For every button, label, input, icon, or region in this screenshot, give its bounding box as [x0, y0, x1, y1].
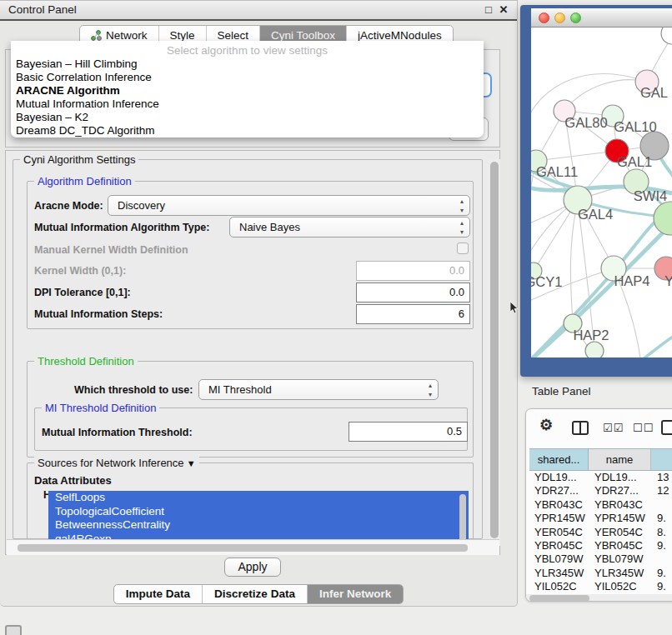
kernel-width-field[interactable]: 0.0 — [356, 261, 470, 281]
docked-panel-icon[interactable] — [5, 625, 22, 635]
table-cell[interactable]: YBR043C — [529, 498, 589, 512]
cyni-algorithm-settings-group: Cyni Algorithm Settings Algorithm Defini… — [13, 159, 483, 539]
mi-threshold-field[interactable]: 0.5 — [349, 422, 468, 442]
function-builder-icon[interactable] — [661, 420, 672, 435]
network-edge[interactable] — [564, 80, 647, 111]
table-cell[interactable]: YBR045C — [529, 539, 589, 552]
table-cell[interactable]: YBR045C — [589, 539, 651, 552]
select-all-checkboxes-icon[interactable] — [603, 422, 624, 434]
columns-icon[interactable] — [572, 421, 589, 435]
list-item[interactable]: SelfLoops — [48, 491, 469, 505]
manual-kernel-checkbox[interactable] — [457, 242, 469, 254]
table-row[interactable]: YDR27...YDR27...12 — [529, 484, 672, 498]
settings-horizontal-scrollbar[interactable] — [7, 539, 499, 555]
dropdown-item[interactable]: Dream8 DC_TDC Algorithm — [15, 124, 479, 138]
float-window-icon[interactable] — [483, 4, 494, 16]
table-cell[interactable]: 9. — [651, 539, 672, 552]
close-window-icon[interactable] — [498, 4, 509, 16]
network-edge[interactable] — [536, 151, 617, 161]
list-item[interactable]: TopologicalCoefficient — [48, 505, 469, 519]
table-horizontal-scrollbar[interactable] — [526, 594, 672, 602]
list-item[interactable]: BetweennessCentrality — [48, 518, 469, 532]
table-cell[interactable]: YDL19... — [589, 471, 651, 484]
gear-icon[interactable] — [539, 416, 553, 434]
table-row[interactable]: YER054CYER054C8. — [529, 526, 672, 539]
table-cell[interactable]: YDL19... — [529, 471, 589, 484]
table-cell[interactable]: 9. — [651, 567, 672, 580]
table-cell[interactable]: YBL079W — [589, 552, 651, 566]
tab-infer-network[interactable]: Infer Network — [307, 585, 403, 603]
dropdown-placeholder: Select algorithm to view settings — [11, 44, 484, 57]
network-node-label: HAP2 — [573, 328, 609, 342]
table-cell[interactable]: YBR043C — [589, 498, 651, 512]
table-cell[interactable]: YER054C — [589, 526, 651, 539]
table-row[interactable]: YPR145WYPR145W9. — [529, 512, 672, 525]
column-header-shared-name[interactable]: shared... — [529, 449, 589, 470]
table-cell[interactable]: YLR345W — [529, 567, 589, 580]
column-header-name[interactable]: name — [589, 449, 651, 470]
zoom-traffic-icon[interactable] — [570, 12, 581, 23]
network-canvas[interactable]: GALGAL80GAL10GAL1GAL11SWI4GAL4GCY1HAP4YH… — [531, 28, 672, 358]
table-cell[interactable] — [651, 552, 672, 566]
mi-steps-field[interactable]: 6 — [356, 304, 470, 324]
mi-algorithm-type-combobox[interactable]: Naive Bayes — [229, 217, 470, 238]
table-cell[interactable] — [651, 498, 672, 512]
aracne-mode-label: Aracne Mode: — [34, 200, 103, 212]
network-edge[interactable] — [642, 335, 672, 358]
table-row[interactable]: YIL052CYIL052C9. — [529, 580, 672, 593]
table-cell[interactable]: YBL079W — [529, 552, 589, 566]
dpi-tolerance-field[interactable]: 0.0 — [356, 282, 470, 302]
table-cell[interactable]: YLR345W — [589, 567, 651, 580]
table-cell[interactable]: YDR27... — [589, 484, 651, 498]
tab-discretize-data[interactable]: Discretize Data — [202, 585, 307, 603]
list-scrollbar[interactable] — [459, 494, 466, 546]
dropdown-item-selected[interactable]: ARACNE Algorithm — [15, 84, 479, 98]
network-node[interactable] — [585, 342, 604, 358]
table-cell[interactable]: YDR27... — [529, 484, 589, 498]
table-cell[interactable]: YPR145W — [589, 512, 651, 525]
table-row[interactable]: YDL19...YDL19...13 — [529, 471, 672, 484]
dropdown-item[interactable]: Bayesian – K2 — [15, 111, 479, 124]
table-row[interactable]: YBL079WYBL079W — [529, 552, 672, 566]
network-edge[interactable] — [570, 200, 578, 323]
network-node-label: GCY1 — [531, 274, 562, 289]
table-cell[interactable]: 13 — [651, 471, 672, 484]
table-cell[interactable]: YIL052C — [589, 580, 651, 593]
apply-button[interactable]: Apply — [224, 558, 281, 577]
table-cell[interactable]: 9. — [651, 512, 672, 525]
dropdown-item[interactable]: Bayesian – Hill Climbing — [15, 58, 479, 71]
scrollbar-thumb[interactable] — [490, 162, 499, 538]
sources-collapse-header[interactable]: Sources for Network Inference — [34, 457, 199, 469]
scrollbar-thumb[interactable] — [529, 595, 589, 602]
network-node[interactable] — [661, 28, 672, 44]
table-row[interactable]: YLR345WYLR345W9. — [529, 567, 672, 580]
table-cell[interactable]: 12 — [651, 484, 672, 498]
minimize-traffic-icon[interactable] — [554, 12, 565, 23]
table-cell[interactable]: YER054C — [529, 526, 589, 539]
table-cell[interactable]: 9. — [651, 580, 672, 593]
table-row[interactable]: YBR043CYBR043C — [529, 498, 672, 512]
dropdown-item[interactable]: Basic Correlation Inference — [15, 71, 479, 84]
table-cell[interactable]: 8. — [651, 526, 672, 539]
tab-impute-data[interactable]: Impute Data — [114, 585, 202, 603]
which-threshold-combobox[interactable]: MI Threshold — [198, 379, 439, 400]
network-node-label: Y — [664, 273, 672, 288]
dropdown-item[interactable]: Mutual Information Inference — [15, 98, 479, 111]
settings-vertical-scrollbar[interactable] — [489, 159, 500, 546]
table-cell[interactable]: YIL052C — [529, 580, 589, 593]
network-node-label: HAP4 — [614, 273, 649, 288]
column-header-partial[interactable] — [651, 449, 672, 470]
scrollbar-thumb[interactable] — [18, 544, 468, 552]
mi-type-value: Naive Bayes — [239, 221, 300, 233]
deselect-all-checkboxes-icon[interactable] — [633, 422, 654, 434]
table-row[interactable]: YBR045CYBR045C9. — [529, 539, 672, 552]
close-traffic-icon[interactable] — [539, 12, 549, 23]
network-window-titlebar[interactable] — [531, 8, 672, 28]
network-node[interactable] — [654, 202, 672, 235]
group-title: Threshold Definition — [34, 355, 138, 368]
aracne-mode-combobox[interactable]: Discovery — [108, 195, 470, 216]
network-node-label: GAL80 — [564, 115, 607, 130]
table-cell[interactable]: YPR145W — [529, 512, 589, 525]
network-node-label: GAL — [640, 85, 668, 100]
control-panel-window: Control Panel Network Style Select Cyni … — [0, 0, 518, 607]
